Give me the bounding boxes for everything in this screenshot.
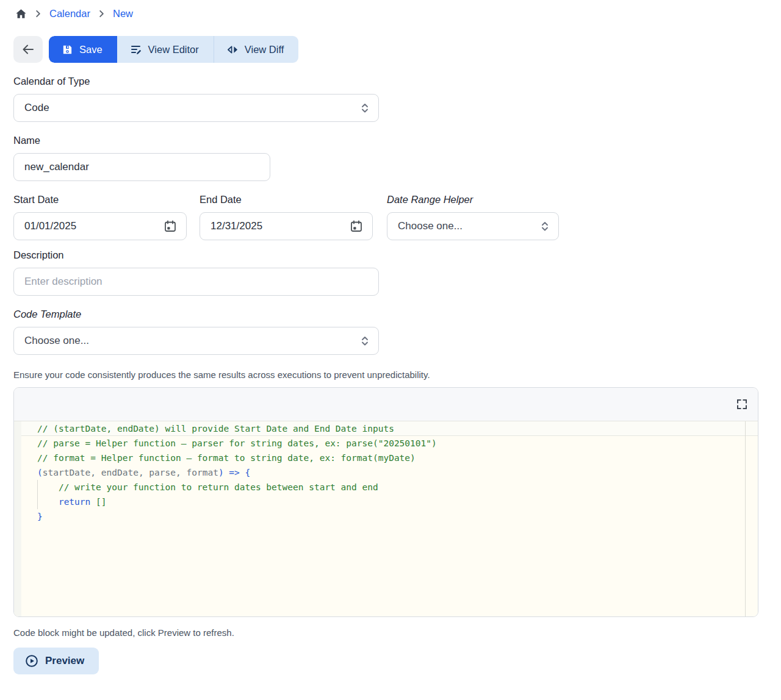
code-token: ) bbox=[218, 468, 224, 477]
breadcrumb: Calendar New bbox=[15, 6, 768, 21]
select-chevrons-icon bbox=[541, 220, 549, 232]
chevron-right-icon bbox=[98, 10, 105, 18]
start-date-value: 01/01/2025 bbox=[14, 220, 164, 232]
code-line[interactable]: // (startDate, endDate) will provide Sta… bbox=[21, 421, 758, 436]
view-diff-button[interactable]: View Diff bbox=[214, 36, 299, 63]
determinism-note: Ensure your code consistently produces t… bbox=[13, 370, 768, 380]
calendar-icon bbox=[164, 220, 177, 233]
code-line[interactable]: } bbox=[21, 509, 758, 524]
code-token: ( bbox=[37, 468, 43, 477]
code-token bbox=[240, 468, 245, 477]
calendar-type-value: Code bbox=[14, 102, 361, 114]
edit-list-icon bbox=[130, 43, 142, 55]
name-label: Name bbox=[13, 135, 768, 147]
code-token: => bbox=[229, 468, 239, 477]
code-line[interactable]: // parse = Helper function — parser for … bbox=[21, 436, 758, 451]
start-date-input[interactable]: 01/01/2025 bbox=[13, 212, 187, 240]
code-token: , bbox=[176, 468, 186, 477]
save-button[interactable]: Save bbox=[49, 36, 117, 63]
date-range-helper-label: Date Range Helper bbox=[387, 194, 559, 206]
code-gutter bbox=[14, 421, 21, 616]
end-date-value: 12/31/2025 bbox=[200, 220, 350, 232]
back-button[interactable] bbox=[13, 36, 43, 63]
code-token bbox=[90, 497, 96, 507]
calendar-type-select[interactable]: Code bbox=[13, 94, 379, 122]
code-token: startDate bbox=[43, 468, 91, 477]
code-token: // write your function to return dates b… bbox=[59, 482, 378, 492]
code-editor-body: // (startDate, endDate) will provide Sta… bbox=[14, 421, 758, 616]
save-button-label: Save bbox=[79, 44, 103, 55]
code-token: { bbox=[245, 468, 251, 477]
chevron-right-icon bbox=[35, 10, 41, 18]
code-token: } bbox=[37, 512, 43, 521]
code-token: parse bbox=[149, 468, 176, 477]
preview-button[interactable]: Preview bbox=[13, 648, 99, 674]
view-diff-label: View Diff bbox=[245, 44, 284, 55]
select-chevrons-icon bbox=[361, 335, 369, 347]
code-editor: // (startDate, endDate) will provide Sta… bbox=[13, 387, 758, 617]
description-label: Description bbox=[13, 249, 768, 262]
home-icon[interactable] bbox=[15, 8, 27, 20]
start-date-label: Start Date bbox=[13, 194, 187, 206]
date-range-helper-value: Choose one... bbox=[387, 220, 541, 232]
code-token: [] bbox=[96, 497, 106, 507]
view-editor-label: View Editor bbox=[148, 44, 199, 55]
toolbar-button-group: Save View Editor View Diff bbox=[49, 36, 298, 63]
calendar-icon bbox=[350, 220, 363, 233]
refresh-note: Code block might be updated, click Previ… bbox=[13, 627, 768, 638]
code-token: , bbox=[139, 468, 149, 477]
code-token: // format = Helper function — format to … bbox=[37, 453, 416, 463]
end-date-input[interactable]: 12/31/2025 bbox=[200, 212, 373, 240]
fullscreen-button[interactable] bbox=[736, 398, 748, 410]
date-range-helper-select[interactable]: Choose one... bbox=[387, 212, 559, 240]
fullscreen-icon bbox=[736, 398, 748, 410]
code-line[interactable]: // write your function to return dates b… bbox=[21, 480, 758, 495]
breadcrumb-calendar-link[interactable]: Calendar bbox=[49, 8, 90, 20]
code-token: format bbox=[186, 468, 218, 477]
code-content[interactable]: // (startDate, endDate) will provide Sta… bbox=[21, 421, 758, 616]
calendar-type-label: Calendar of Type bbox=[13, 76, 768, 88]
scrollbar-track[interactable] bbox=[745, 421, 746, 616]
dates-row: Start Date 01/01/2025 End Date 12/31/202… bbox=[13, 181, 768, 240]
preview-button-label: Preview bbox=[45, 655, 84, 667]
code-template-label: Code Template bbox=[13, 309, 768, 321]
code-template-value: Choose one... bbox=[14, 335, 361, 347]
breadcrumb-new-link[interactable]: New bbox=[113, 8, 133, 20]
code-token: endDate bbox=[101, 468, 139, 477]
code-editor-header bbox=[14, 388, 758, 421]
code-token: // (startDate, endDate) will provide Sta… bbox=[37, 424, 394, 434]
save-disk-icon bbox=[62, 44, 73, 55]
code-line[interactable]: // format = Helper function — format to … bbox=[21, 451, 758, 465]
calendar-new-page: Calendar New Save View Editor bbox=[0, 0, 781, 700]
description-input[interactable] bbox=[13, 268, 379, 296]
arrow-left-icon bbox=[21, 42, 35, 57]
code-line[interactable]: return [] bbox=[21, 495, 758, 509]
end-date-label: End Date bbox=[200, 194, 373, 206]
view-editor-button[interactable]: View Editor bbox=[117, 36, 214, 63]
code-token: return bbox=[59, 497, 90, 507]
code-line[interactable]: (startDate, endDate, parse, format) => { bbox=[21, 465, 758, 480]
diff-triangles-icon bbox=[227, 44, 239, 55]
code-token: // parse = Helper function — parser for … bbox=[37, 438, 437, 448]
select-chevrons-icon bbox=[361, 102, 369, 114]
code-template-select[interactable]: Choose one... bbox=[13, 327, 379, 355]
name-input[interactable] bbox=[13, 153, 270, 181]
play-circle-icon bbox=[25, 654, 38, 668]
code-token: , bbox=[90, 468, 101, 477]
toolbar: Save View Editor View Diff bbox=[13, 36, 768, 63]
